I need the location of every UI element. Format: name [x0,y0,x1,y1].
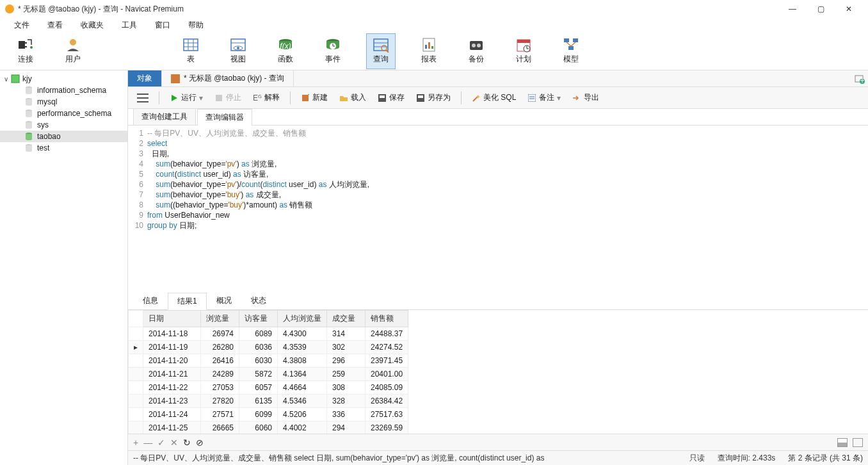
db-item-taobao[interactable]: taobao [0,131,127,142]
db-item-information_schema[interactable]: information_schema [0,85,127,96]
saveas-icon [416,94,425,102]
ribbon-user[interactable]: 用户 [59,33,87,69]
note-icon [527,94,536,102]
hamburger-button[interactable] [133,92,152,104]
table-row[interactable]: ▸2014-11-192628060364.353930224274.52 [129,341,408,354]
run-button[interactable]: 运行 ▾ [166,90,207,105]
result-grid[interactable]: 日期浏览量访客量人均浏览量成交量销售额 2014-11-182697460894… [128,310,868,434]
table-row[interactable]: 2014-11-182697460894.430031424488.37 [129,327,408,341]
tab-status[interactable]: 状态 [241,292,276,309]
export-icon [572,94,581,102]
column-header[interactable]: 成交量 [327,311,366,327]
menu-window[interactable]: 窗口 [146,19,179,32]
collapse-icon[interactable]: ∨ [4,76,8,83]
db-item-mysql[interactable]: mysql [0,96,127,108]
add-tab-button[interactable]: + [851,70,868,86]
menu-tools[interactable]: 工具 [113,19,146,32]
query-editor-tab[interactable]: 查询编辑器 [197,109,252,126]
table-row[interactable]: 2014-11-232782061354.534632826384.42 [129,395,408,408]
tab-profile[interactable]: 概况 [207,292,241,309]
table-row[interactable]: 2014-11-222705360574.466430824085.09 [129,381,408,395]
new-button[interactable]: + 新建 [297,90,332,105]
database-icon [24,132,33,141]
tree-connection[interactable]: ∨ kjy [0,73,127,85]
commit-button[interactable]: ✓ [157,437,165,448]
table-icon [182,37,200,53]
delete-row-button[interactable]: — [143,437,152,448]
minimize-button[interactable]: — [778,4,807,13]
db-item-test[interactable]: test [0,142,127,154]
database-icon [24,143,33,152]
tab-query[interactable]: * 无标题 @taobao (kjy) - 查询 [162,70,294,86]
sql-code[interactable]: -- 每日PV、UV、人均浏览量、成交量、销售额select 日期, sum(b… [147,126,369,293]
stop-icon [214,94,223,102]
ribbon-query[interactable]: 查询 [366,33,396,69]
column-header[interactable]: 访客量 [239,311,278,327]
db-item-performance_schema[interactable]: performance_schema [0,108,127,119]
svg-line-41 [571,42,575,46]
svg-point-4 [70,39,76,45]
stop-button[interactable]: 停止 [211,90,245,105]
menu-help[interactable]: 帮助 [179,19,213,32]
ribbon-model[interactable]: 模型 [557,33,585,69]
wand-icon [472,94,481,102]
sql-editor[interactable]: 12345678910 -- 每日PV、UV、人均浏览量、成交量、销售额sele… [128,126,868,293]
menu-file[interactable]: 文件 [5,19,38,32]
tab-objects[interactable]: 对象 [128,70,162,86]
tab-query-label: * 无标题 @taobao (kjy) - 查询 [184,73,284,84]
doc-tabbar: 对象 * 无标题 @taobao (kjy) - 查询 + [128,70,868,87]
db-item-sys[interactable]: sys [0,119,127,131]
beautify-button[interactable]: 美化 SQL [468,90,520,105]
svg-rect-26 [425,45,427,49]
cancel-edit-button[interactable]: ✕ [170,437,178,448]
export-button[interactable]: 导出 [568,90,603,105]
svg-point-3 [30,46,33,49]
ribbon-query-label: 查询 [373,54,389,65]
column-header[interactable]: 销售额 [366,311,408,327]
refresh-button[interactable]: ↻ [183,437,191,448]
svg-text:+: + [860,76,864,84]
database-icon [24,86,33,95]
tab-result[interactable]: 结果1 [168,293,207,310]
ribbon-backup[interactable]: 备份 [462,33,490,69]
svg-rect-33 [517,40,530,43]
query-subtabs: 查询创建工具 查询编辑器 [128,109,868,126]
stop-refresh-button[interactable]: ⊘ [196,437,204,448]
viewmode-grid-icon[interactable] [837,438,848,447]
load-button[interactable]: 载入 [335,90,370,105]
ribbon-function[interactable]: f(x) 函数 [271,33,300,69]
table-row[interactable]: 2014-11-242757160994.520633627517.63 [129,408,408,421]
tab-info[interactable]: 信息 [133,292,168,309]
ribbon-event[interactable]: 事件 [319,33,347,69]
save-button[interactable]: 保存 [374,90,408,105]
ribbon-schedule[interactable]: 计划 [510,33,538,69]
viewmode-form-icon[interactable] [853,438,863,447]
menu-view[interactable]: 查看 [38,19,72,32]
menu-favorites[interactable]: 收藏夹 [72,19,113,32]
saveas-button[interactable]: 另存为 [412,90,454,105]
ribbon-connection[interactable]: 连接 [12,33,40,69]
explain-icon: Eᴳ [253,94,262,102]
report-icon [420,37,438,53]
column-header[interactable]: 浏览量 [201,311,239,327]
ribbon-report[interactable]: 报表 [415,33,443,69]
database-icon [24,109,33,118]
table-row[interactable]: 2014-11-212428958724.136425920401.00 [129,368,408,381]
table-row[interactable]: 2014-11-252666560604.400229423269.59 [129,421,408,435]
ribbon-table[interactable]: 表 [177,33,205,69]
table-row[interactable]: 2014-11-202641660304.380829623971.45 [129,354,408,368]
close-button[interactable]: ✕ [835,4,863,13]
ribbon-view[interactable]: 视图 [224,33,252,69]
grid-footer: + — ✓ ✕ ↻ ⊘ [128,434,868,451]
explain-button[interactable]: Eᴳ 解释 [249,90,284,105]
maximize-button[interactable]: ▢ [807,4,835,13]
ribbon-connection-label: 连接 [18,54,33,65]
add-row-button[interactable]: + [133,437,138,448]
backup-icon [467,37,485,53]
column-header[interactable]: 人均浏览量 [278,311,327,327]
note-button[interactable]: 备注 ▾ [524,90,565,105]
column-header[interactable]: 日期 [143,311,201,327]
query-builder-tab[interactable]: 查询创建工具 [133,108,196,125]
run-icon [170,94,179,102]
ribbon-event-label: 事件 [325,54,341,65]
